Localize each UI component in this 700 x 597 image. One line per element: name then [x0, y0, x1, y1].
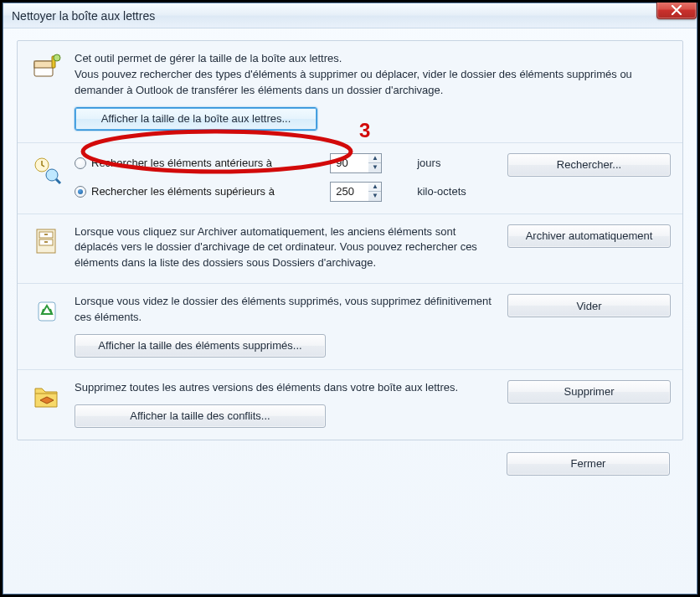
client-area: Cet outil permet de gérer la taille de l…	[3, 28, 697, 594]
chevron-up-icon: ▲	[368, 154, 381, 164]
window-title: Nettoyer la boîte aux lettres	[12, 9, 155, 23]
intro-section: Cet outil permet de gérer la taille de l…	[18, 41, 682, 143]
search-content: Rechercher les éléments antérieurs à 90 …	[75, 153, 497, 202]
empty-desc: Lorsque vous videz le dossier des élémen…	[75, 294, 497, 326]
footer: Fermer	[17, 440, 683, 476]
archive-content: Lorsque vous cliquez sur Archiver automa…	[75, 224, 497, 272]
svg-line-6	[56, 179, 60, 183]
clock-search-icon	[29, 153, 64, 202]
archive-cabinet-icon	[29, 224, 64, 272]
conflicts-content: Supprimez toutes les autres versions des…	[75, 380, 497, 428]
archive-section: Lorsque vous cliquez sur Archiver automa…	[18, 214, 682, 285]
days-unit: jours	[417, 157, 497, 169]
svg-rect-10	[44, 234, 48, 235]
empty-button[interactable]: Vider	[507, 294, 671, 317]
chevron-down-icon: ▼	[368, 192, 381, 201]
chevron-up-icon: ▲	[368, 183, 381, 193]
recycle-bin-icon	[29, 294, 64, 358]
radio-older-than[interactable]: Rechercher les éléments antérieurs à	[75, 157, 323, 169]
folder-conflict-icon	[29, 380, 64, 428]
main-panel: Cet outil permet de gérer la taille de l…	[17, 40, 683, 440]
mailbox-tools-icon	[29, 51, 64, 131]
radio-older-label: Rechercher les éléments antérieurs à	[91, 157, 272, 169]
show-mailbox-size-button[interactable]: Afficher la taille de la boîte aux lettr…	[75, 107, 317, 131]
empty-content: Lorsque vous videz le dossier des élémen…	[75, 294, 497, 358]
delete-conflicts-button[interactable]: Supprimer	[507, 380, 671, 404]
show-conflicts-size-button[interactable]: Afficher la taille des conflits...	[75, 404, 326, 428]
kb-input[interactable]: 250	[330, 182, 370, 202]
kb-spinner[interactable]: ▲▼	[368, 182, 382, 202]
chevron-down-icon: ▼	[368, 163, 381, 172]
titlebar: Nettoyer la boîte aux lettres	[3, 3, 697, 28]
search-button[interactable]: Rechercher...	[507, 153, 671, 177]
archive-desc: Lorsque vous cliquez sur Archiver automa…	[75, 224, 497, 272]
days-spinner[interactable]: ▲▼	[368, 153, 382, 173]
radio-icon	[75, 157, 86, 169]
empty-section: Lorsque vous videz le dossier des élémen…	[18, 284, 682, 370]
intro-content: Cet outil permet de gérer la taille de l…	[75, 51, 671, 131]
svg-point-5	[46, 169, 58, 181]
auto-archive-button[interactable]: Archiver automatiquement	[507, 224, 671, 248]
svg-point-3	[54, 54, 60, 61]
radio-larger-label: Rechercher les éléments supérieurs à	[91, 185, 275, 198]
conflicts-desc: Supprimez toutes les autres versions des…	[75, 380, 497, 396]
close-icon	[671, 5, 682, 15]
conflicts-section: Supprimez toutes les autres versions des…	[18, 370, 682, 440]
svg-rect-11	[44, 241, 48, 243]
close-button[interactable]: Fermer	[507, 452, 670, 476]
search-section: Rechercher les éléments antérieurs à 90 …	[18, 143, 682, 214]
radio-larger-than[interactable]: Rechercher les éléments supérieurs à	[75, 185, 323, 198]
intro-line2: Vous pouvez rechercher des types d'éléme…	[75, 67, 671, 99]
window-close-button[interactable]	[656, 1, 697, 19]
dialog-window: Nettoyer la boîte aux lettres	[3, 3, 697, 594]
show-deleted-size-button[interactable]: Afficher la taille des éléments supprimé…	[75, 334, 326, 358]
days-input[interactable]: 90	[330, 153, 370, 173]
svg-rect-1	[34, 61, 53, 68]
intro-line1: Cet outil permet de gérer la taille de l…	[75, 51, 671, 67]
radio-icon	[75, 186, 86, 198]
kb-unit: kilo-octets	[417, 185, 497, 198]
